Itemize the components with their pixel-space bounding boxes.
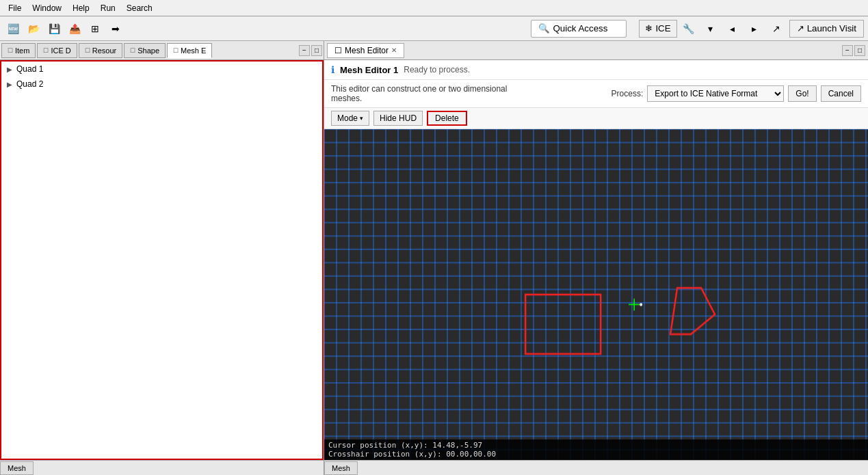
main-layout: ☐ Item ☐ ICE D ☐ Resour ☐ Shape ☐ Mesh E…: [0, 41, 868, 475]
menu-file[interactable]: File: [3, 2, 27, 14]
mesh-editor-icon: ☐: [334, 46, 342, 55]
tab-shape[interactable]: ☐ Shape: [124, 43, 166, 58]
mode-label: Mode: [337, 113, 358, 123]
hud-overlay: Cursor position (x,y): 14.48,-5.97 Cross…: [324, 439, 868, 460]
hide-hud-label: Hide HUD: [380, 113, 417, 123]
tree-arrow-quad1: ▶: [7, 66, 12, 73]
go-button[interactable]: Go!: [788, 85, 816, 102]
mesh-editor-header: ℹ Mesh Editor 1 Ready to process.: [324, 60, 868, 80]
tab-mesh-e[interactable]: ☐ Mesh E: [167, 43, 212, 58]
tree-item-quad2[interactable]: ▶ Quad 2: [1, 77, 322, 92]
left-bottom-tab-bar: Mesh: [0, 460, 324, 475]
launch-visit-icon: ↗: [797, 23, 804, 33]
process-row: Process: Export to ICE Native Format Go!…: [611, 85, 861, 102]
ice-button[interactable]: ❄ ICE: [639, 20, 676, 38]
cursor-position: Cursor position (x,y): 14.48,-5.97: [328, 441, 864, 450]
mesh-editor-content: ℹ Mesh Editor 1 Ready to process. This e…: [324, 60, 868, 475]
toolbar-action-4[interactable]: ▸: [746, 20, 763, 38]
left-panel: ☐ Item ☐ ICE D ☐ Resour ☐ Shape ☐ Mesh E…: [0, 41, 324, 475]
desc-line2: meshes.: [331, 94, 605, 103]
tree-panel: ▶ Quad 1 ▶ Quad 2: [0, 60, 324, 460]
tab-mesh-editor[interactable]: ☐ Mesh Editor ✕: [327, 43, 404, 58]
save-button[interactable]: 💾: [45, 20, 63, 38]
tab-resour-icon: ☐: [85, 47, 90, 54]
left-bottom-tab[interactable]: Mesh: [0, 461, 34, 475]
mesh-editor-title: Mesh Editor 1: [340, 65, 398, 75]
tree-item-quad1-label: Quad 1: [16, 64, 43, 74]
tab-item[interactable]: ☐ Item: [1, 43, 36, 58]
tree-item-quad1[interactable]: ▶ Quad 1: [1, 62, 322, 77]
left-tab-bar: ☐ Item ☐ ICE D ☐ Resour ☐ Shape ☐ Mesh E…: [0, 41, 324, 60]
toolbar-action-5[interactable]: ↗: [767, 20, 785, 38]
menu-window[interactable]: Window: [27, 2, 67, 14]
toolbar-action-2[interactable]: ▾: [702, 20, 720, 38]
ready-status: Ready to process.: [404, 65, 470, 74]
toolbar-action-1[interactable]: 🔧: [680, 20, 698, 38]
desc-line1: This editor can construct one or two dim…: [331, 84, 605, 94]
hide-hud-button[interactable]: Hide HUD: [373, 111, 423, 126]
mesh-editor-desc: This editor can construct one or two dim…: [324, 80, 868, 108]
canvas-area[interactable]: Cursor position (x,y): 14.48,-5.97 Cross…: [324, 129, 868, 460]
menu-help[interactable]: Help: [67, 2, 95, 14]
mesh-editor-close-icon[interactable]: ✕: [391, 46, 397, 54]
tab-shape-icon: ☐: [130, 47, 135, 54]
tab-item-label: Item: [15, 46, 29, 55]
tab-ice-d[interactable]: ☐ ICE D: [37, 43, 77, 58]
desc-text: This editor can construct one or two dim…: [331, 84, 605, 103]
toolbar-right: 🔧 ▾ ◂ ▸ ↗ ↗ Launch Visit: [680, 20, 864, 38]
ice-label: ICE: [655, 23, 670, 33]
mesh-editor-tab-label: Mesh Editor: [345, 46, 389, 55]
process-label: Process:: [611, 89, 644, 98]
quick-access-icon: 🔍: [538, 23, 550, 33]
right-tab-bar: ☐ Mesh Editor ✕ − □: [324, 41, 868, 60]
grid-button[interactable]: ⊞: [86, 20, 104, 38]
tab-mesh-e-icon: ☐: [173, 47, 179, 54]
tab-item-icon: ☐: [8, 47, 13, 54]
tab-shape-label: Shape: [137, 46, 159, 55]
process-select[interactable]: Export to ICE Native Format: [647, 85, 784, 102]
tab-resour[interactable]: ☐ Resour: [79, 43, 122, 58]
cancel-button[interactable]: Cancel: [821, 85, 861, 102]
delete-button[interactable]: Delete: [427, 111, 467, 126]
left-bottom-tab-label: Mesh: [8, 464, 26, 472]
menu-search[interactable]: Search: [121, 2, 158, 14]
mode-dropdown-icon: ▾: [360, 115, 363, 122]
ice-icon: ❄: [645, 23, 653, 33]
right-bottom-tab[interactable]: Mesh: [324, 461, 358, 475]
quick-access-button[interactable]: 🔍 Quick Access: [531, 20, 627, 38]
tab-ice-d-label: ICE D: [51, 46, 70, 55]
launch-visit-button[interactable]: ↗ Launch Visit: [789, 20, 864, 38]
mode-toolbar: Mode ▾ Hide HUD Delete: [324, 108, 868, 129]
tree-item-quad2-label: Quad 2: [16, 79, 43, 89]
export-button[interactable]: 📤: [66, 20, 83, 38]
tab-mesh-e-label: Mesh E: [181, 46, 206, 55]
mesh-canvas[interactable]: [324, 129, 868, 460]
right-minimize-button[interactable]: −: [842, 45, 853, 56]
arrow-button[interactable]: ➡: [107, 20, 124, 38]
right-maximize-button[interactable]: □: [854, 45, 865, 56]
right-tab-controls: − □: [842, 45, 865, 56]
launch-visit-label: Launch Visit: [807, 23, 856, 33]
tab-maximize-button[interactable]: □: [311, 45, 322, 56]
left-tab-controls: − □: [299, 45, 322, 56]
quick-access-label: Quick Access: [553, 23, 607, 33]
tab-minimize-button[interactable]: −: [299, 45, 310, 56]
tab-ice-d-icon: ☐: [43, 47, 49, 54]
open-button[interactable]: 📂: [25, 20, 42, 38]
menu-run[interactable]: Run: [95, 2, 121, 14]
tab-resour-label: Resour: [92, 46, 116, 55]
new-button[interactable]: 🆕: [4, 20, 22, 38]
mode-button[interactable]: Mode ▾: [331, 111, 369, 126]
right-bottom-tab-label: Mesh: [332, 464, 350, 472]
toolbar-action-3[interactable]: ◂: [724, 20, 741, 38]
tree-arrow-quad2: ▶: [7, 81, 12, 88]
crosshair-position: Crosshair position (x,y): 00.00,00.00: [328, 450, 864, 459]
toolbar: 🆕 📂 💾 📤 ⊞ ➡ 🔍 Quick Access ❄ ICE 🔧 ▾ ◂ ▸…: [0, 16, 868, 41]
menubar: File Window Help Run Search: [0, 0, 868, 16]
right-panel: ☐ Mesh Editor ✕ − □ ℹ Mesh Editor 1 Read…: [324, 41, 868, 475]
right-bottom-tab-bar: Mesh: [324, 460, 868, 475]
info-icon: ℹ: [331, 64, 334, 75]
